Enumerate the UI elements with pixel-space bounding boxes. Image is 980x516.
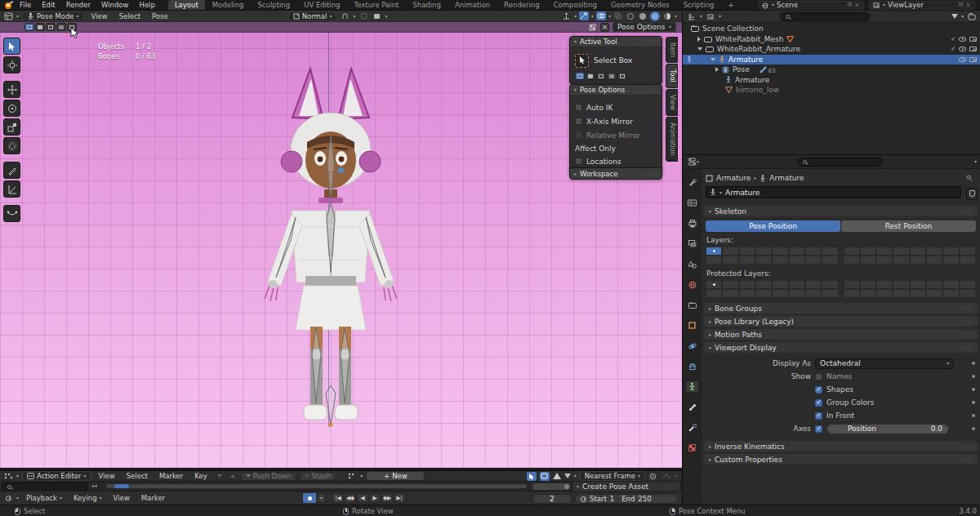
shading-rendered-icon[interactable] xyxy=(662,11,672,20)
next-keyframe-button[interactable]: ◆▶ xyxy=(381,493,393,503)
exclude-checkbox[interactable]: ✓ xyxy=(951,36,956,42)
pose-library-panel-header[interactable]: ▸ Pose Library (Legacy) :::: xyxy=(704,316,978,327)
panel-grip-icon[interactable]: :::: xyxy=(962,208,973,215)
show-gizmo-icon[interactable] xyxy=(562,11,572,20)
snap-dropdown[interactable]: Nearest Frame ▾ xyxy=(580,471,645,481)
panel-grip-icon[interactable]: :::: xyxy=(647,38,657,45)
frame-range-fields[interactable]: Start 1 End 250 xyxy=(575,494,678,504)
animate-dot[interactable] xyxy=(972,414,975,417)
active-tool-panel-header[interactable]: ▾ Active Tool :::: xyxy=(570,37,662,47)
hide-eye-icon[interactable] xyxy=(959,37,966,42)
animate-dot[interactable] xyxy=(972,427,975,430)
tool-transform[interactable] xyxy=(3,137,20,154)
panel-grip-icon[interactable]: :::: xyxy=(962,345,973,351)
menu-window[interactable]: Window xyxy=(96,0,134,10)
exclude-checkbox[interactable]: ✓ xyxy=(951,46,956,52)
select-mode-set-icon[interactable] xyxy=(575,72,585,80)
armature-name-field[interactable]: ▾ Armature xyxy=(706,186,961,198)
new-scene-button[interactable]: ⧉ xyxy=(848,1,853,9)
tab-texture-paint[interactable]: Texture Paint xyxy=(348,0,406,10)
tab-material-icon[interactable] xyxy=(686,443,698,453)
select-mode-invert-icon[interactable] xyxy=(607,72,617,80)
row-armature-object[interactable]: Armature xyxy=(683,55,980,65)
action-id-icon[interactable] xyxy=(347,472,357,481)
menu-help[interactable]: Help xyxy=(134,0,159,10)
menu-key[interactable]: Key xyxy=(190,472,211,480)
unlink-scene-button[interactable]: × xyxy=(854,2,860,9)
transform-orientation-dropdown[interactable]: Normal ▾ xyxy=(288,11,337,21)
collapse-icon[interactable] xyxy=(710,58,715,61)
current-frame-field[interactable]: 2 xyxy=(532,494,572,504)
auto-ik-row[interactable]: Auto IK xyxy=(575,100,657,114)
only-selected-icon[interactable] xyxy=(527,472,537,481)
properties-editor-icon[interactable] xyxy=(687,158,697,167)
editor-type-icon[interactable] xyxy=(3,11,13,20)
fake-user-button[interactable] xyxy=(966,188,978,200)
scrollbar-handle[interactable] xyxy=(114,484,129,488)
tab-animation[interactable]: Animation xyxy=(666,117,678,162)
tab-constraints-icon[interactable] xyxy=(686,361,698,371)
outliner-display-mode-icon[interactable] xyxy=(687,12,697,21)
menu-select[interactable]: Select xyxy=(115,12,145,20)
create-pose-asset-panel[interactable]: ▾ Create Pose Asset :::: xyxy=(572,481,681,492)
menu-pose[interactable]: Pose xyxy=(148,12,172,20)
collapse-icon[interactable] xyxy=(697,47,702,51)
tab-world-icon[interactable] xyxy=(686,279,698,290)
animate-dot[interactable] xyxy=(972,362,975,365)
pose-options-dropdown[interactable]: Pose Options ▾ xyxy=(612,22,676,32)
shading-solid-icon[interactable] xyxy=(638,11,648,20)
tab-object-icon[interactable] xyxy=(686,320,698,331)
expand-icon[interactable] xyxy=(697,37,701,42)
tab-compositing[interactable]: Compositing xyxy=(547,0,604,10)
rest-position-button[interactable]: Rest Position xyxy=(841,220,976,232)
auto-keying-button[interactable] xyxy=(303,493,316,503)
select-box-tool-icon[interactable] xyxy=(575,54,589,68)
tool-cursor[interactable] xyxy=(3,56,20,73)
tab-bone-constraints-icon[interactable] xyxy=(686,422,698,433)
tab-item[interactable]: Item xyxy=(666,37,678,63)
menu-keying[interactable]: Keying▾ xyxy=(69,494,106,502)
timeline-editor-icon[interactable] xyxy=(3,494,13,503)
dope-sheet-editor-icon[interactable] xyxy=(3,472,13,481)
xray-toggle-icon[interactable] xyxy=(613,11,623,20)
breadcrumb-data[interactable]: Armature xyxy=(769,174,804,182)
motion-paths-panel-header[interactable]: ▸ Motion Paths :::: xyxy=(704,329,978,340)
blender-logo-icon[interactable] xyxy=(3,1,14,10)
display-as-dropdown[interactable]: Octahedral ▾ xyxy=(815,358,954,369)
render-camera-icon[interactable] xyxy=(969,57,977,62)
select-mode-intersect-icon[interactable] xyxy=(617,72,627,80)
panel-grip-icon[interactable]: :::: xyxy=(962,331,973,338)
tab-uv-editing[interactable]: UV Editing xyxy=(297,0,346,10)
outliner-search-input[interactable] xyxy=(780,12,870,21)
tab-view-layer-icon[interactable] xyxy=(686,238,698,249)
menu-file[interactable]: File xyxy=(15,0,36,10)
panel-grip-icon[interactable]: :::: xyxy=(962,318,973,325)
tab-rendering[interactable]: Rendering xyxy=(497,0,546,10)
skeleton-panel-header[interactable]: ▾ Skeleton :::: xyxy=(704,206,978,216)
tab-output-icon[interactable] xyxy=(686,218,698,229)
viewlayer-selector[interactable]: ▾ ViewLayer ⧉ × xyxy=(869,1,975,10)
hide-eye-icon[interactable] xyxy=(959,57,966,62)
play-button[interactable]: ▶ xyxy=(369,493,381,503)
tool-annotate[interactable] xyxy=(3,162,20,179)
channel-slider[interactable] xyxy=(532,483,570,490)
bone-groups-panel-header[interactable]: ▸ Bone Groups :::: xyxy=(704,303,978,314)
row-kimono-low[interactable]: kimono_low xyxy=(683,85,980,96)
play-reverse-button[interactable]: ◀ xyxy=(357,493,368,503)
menu-render[interactable]: Render xyxy=(61,0,96,10)
tab-object-data-icon[interactable] xyxy=(686,381,698,392)
mode-selector[interactable]: Pose Mode ▾ xyxy=(22,11,84,21)
jump-to-end-button[interactable]: ▶| xyxy=(394,493,405,503)
render-camera-icon[interactable] xyxy=(969,37,977,42)
snap-magnet-icon[interactable] xyxy=(340,11,350,20)
new-action-button[interactable]: + New xyxy=(366,471,425,481)
remove-viewlayer-button[interactable]: × xyxy=(965,2,971,9)
close-tool-settings-button[interactable]: × xyxy=(600,23,609,32)
proportional-edit-icon[interactable] xyxy=(648,472,658,481)
select-mode-invert-icon[interactable] xyxy=(56,23,66,31)
new-viewlayer-button[interactable]: ⧉ xyxy=(959,1,964,9)
overlays-toggle-icon[interactable] xyxy=(596,11,606,20)
viewport-display-panel-header[interactable]: ▾ Viewport Display :::: xyxy=(704,342,978,353)
dope-sheet-mode-dropdown[interactable]: Action Editor ▾ xyxy=(22,471,91,481)
menu-view[interactable]: View xyxy=(95,472,119,480)
